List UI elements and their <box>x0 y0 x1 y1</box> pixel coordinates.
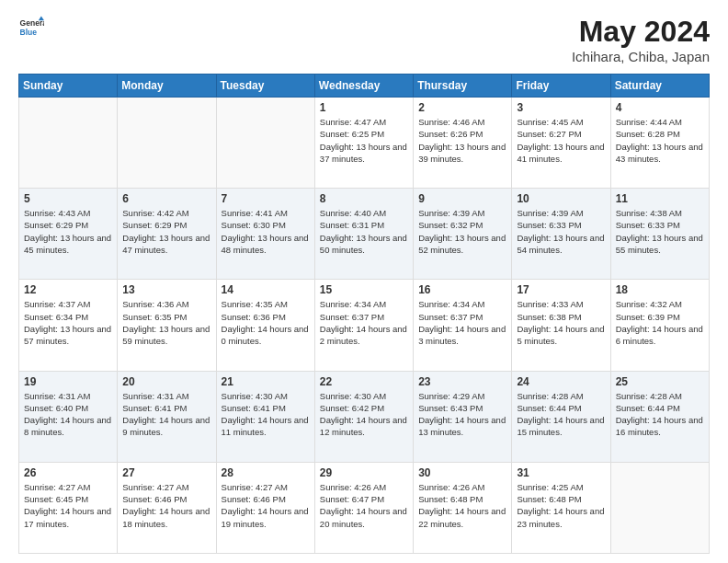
day-info: Sunrise: 4:38 AM Sunset: 6:33 PM Dayligh… <box>616 207 704 256</box>
day-number: 7 <box>222 192 310 205</box>
calendar-cell: 2Sunrise: 4:46 AM Sunset: 6:26 PM Daylig… <box>414 98 512 189</box>
calendar-cell: 15Sunrise: 4:34 AM Sunset: 6:37 PM Dayli… <box>314 280 413 371</box>
day-info: Sunrise: 4:26 AM Sunset: 6:47 PM Dayligh… <box>320 481 408 530</box>
day-info: Sunrise: 4:42 AM Sunset: 6:29 PM Dayligh… <box>122 207 210 256</box>
calendar-cell: 20Sunrise: 4:31 AM Sunset: 6:41 PM Dayli… <box>118 371 216 462</box>
calendar-cell: 10Sunrise: 4:39 AM Sunset: 6:33 PM Dayli… <box>512 189 610 280</box>
page: General Blue May 2024 Ichihara, Chiba, J… <box>0 0 728 563</box>
calendar-cell: 28Sunrise: 4:27 AM Sunset: 6:46 PM Dayli… <box>216 462 314 553</box>
header-saturday: Saturday <box>610 75 709 98</box>
calendar-cell: 17Sunrise: 4:33 AM Sunset: 6:38 PM Dayli… <box>512 280 610 371</box>
day-number: 6 <box>122 192 210 205</box>
day-info: Sunrise: 4:30 AM Sunset: 6:41 PM Dayligh… <box>222 390 310 439</box>
calendar-week-0: 1Sunrise: 4:47 AM Sunset: 6:25 PM Daylig… <box>19 98 710 189</box>
calendar-cell <box>118 98 216 189</box>
header-friday: Friday <box>512 75 610 98</box>
calendar-cell: 5Sunrise: 4:43 AM Sunset: 6:29 PM Daylig… <box>19 189 118 280</box>
day-info: Sunrise: 4:30 AM Sunset: 6:42 PM Dayligh… <box>320 390 408 439</box>
day-number: 22 <box>320 375 408 388</box>
logo-icon: General Blue <box>18 15 44 40</box>
calendar-cell: 30Sunrise: 4:26 AM Sunset: 6:48 PM Dayli… <box>414 462 512 553</box>
day-number: 31 <box>517 466 605 479</box>
day-info: Sunrise: 4:26 AM Sunset: 6:48 PM Dayligh… <box>418 481 506 530</box>
calendar-week-3: 19Sunrise: 4:31 AM Sunset: 6:40 PM Dayli… <box>19 371 710 462</box>
calendar-cell: 27Sunrise: 4:27 AM Sunset: 6:46 PM Dayli… <box>118 462 216 553</box>
calendar-cell: 9Sunrise: 4:39 AM Sunset: 6:32 PM Daylig… <box>414 189 512 280</box>
header-monday: Monday <box>118 75 216 98</box>
calendar-cell: 12Sunrise: 4:37 AM Sunset: 6:34 PM Dayli… <box>19 280 118 371</box>
calendar-cell: 18Sunrise: 4:32 AM Sunset: 6:39 PM Dayli… <box>610 280 709 371</box>
day-number: 15 <box>320 283 408 296</box>
day-number: 28 <box>222 466 310 479</box>
day-info: Sunrise: 4:34 AM Sunset: 6:37 PM Dayligh… <box>418 298 506 347</box>
day-info: Sunrise: 4:32 AM Sunset: 6:39 PM Dayligh… <box>616 298 704 347</box>
day-info: Sunrise: 4:39 AM Sunset: 6:32 PM Dayligh… <box>418 207 506 256</box>
day-number: 9 <box>418 192 506 205</box>
calendar-cell: 4Sunrise: 4:44 AM Sunset: 6:28 PM Daylig… <box>610 98 709 189</box>
calendar-cell <box>19 98 118 189</box>
title-block: May 2024 Ichihara, Chiba, Japan <box>572 15 710 64</box>
day-number: 27 <box>122 466 210 479</box>
day-info: Sunrise: 4:39 AM Sunset: 6:33 PM Dayligh… <box>517 207 605 256</box>
day-info: Sunrise: 4:28 AM Sunset: 6:44 PM Dayligh… <box>616 390 704 439</box>
header-wednesday: Wednesday <box>314 75 413 98</box>
day-info: Sunrise: 4:29 AM Sunset: 6:43 PM Dayligh… <box>418 390 506 439</box>
day-info: Sunrise: 4:40 AM Sunset: 6:31 PM Dayligh… <box>320 207 408 256</box>
calendar-week-2: 12Sunrise: 4:37 AM Sunset: 6:34 PM Dayli… <box>19 280 710 371</box>
day-info: Sunrise: 4:37 AM Sunset: 6:34 PM Dayligh… <box>24 298 112 347</box>
day-number: 8 <box>320 192 408 205</box>
calendar-cell: 1Sunrise: 4:47 AM Sunset: 6:25 PM Daylig… <box>314 98 413 189</box>
day-number: 2 <box>418 101 506 114</box>
calendar-cell: 26Sunrise: 4:27 AM Sunset: 6:45 PM Dayli… <box>19 462 118 553</box>
day-number: 20 <box>122 375 210 388</box>
day-number: 29 <box>320 466 408 479</box>
day-info: Sunrise: 4:27 AM Sunset: 6:46 PM Dayligh… <box>222 481 310 530</box>
calendar-cell: 11Sunrise: 4:38 AM Sunset: 6:33 PM Dayli… <box>610 189 709 280</box>
day-number: 21 <box>222 375 310 388</box>
day-info: Sunrise: 4:33 AM Sunset: 6:38 PM Dayligh… <box>517 298 605 347</box>
calendar-cell: 19Sunrise: 4:31 AM Sunset: 6:40 PM Dayli… <box>19 371 118 462</box>
logo: General Blue <box>18 15 48 40</box>
day-info: Sunrise: 4:28 AM Sunset: 6:44 PM Dayligh… <box>517 390 605 439</box>
calendar-cell: 24Sunrise: 4:28 AM Sunset: 6:44 PM Dayli… <box>512 371 610 462</box>
calendar-cell: 6Sunrise: 4:42 AM Sunset: 6:29 PM Daylig… <box>118 189 216 280</box>
day-number: 23 <box>418 375 506 388</box>
day-number: 12 <box>24 283 112 296</box>
calendar-cell: 13Sunrise: 4:36 AM Sunset: 6:35 PM Dayli… <box>118 280 216 371</box>
calendar-cell: 14Sunrise: 4:35 AM Sunset: 6:36 PM Dayli… <box>216 280 314 371</box>
day-info: Sunrise: 4:47 AM Sunset: 6:25 PM Dayligh… <box>320 116 408 165</box>
day-info: Sunrise: 4:44 AM Sunset: 6:28 PM Dayligh… <box>616 116 704 165</box>
day-number: 4 <box>616 101 704 114</box>
day-number: 30 <box>418 466 506 479</box>
day-info: Sunrise: 4:25 AM Sunset: 6:48 PM Dayligh… <box>517 481 605 530</box>
day-number: 16 <box>418 283 506 296</box>
calendar-cell: 21Sunrise: 4:30 AM Sunset: 6:41 PM Dayli… <box>216 371 314 462</box>
day-number: 3 <box>517 101 605 114</box>
calendar-cell: 8Sunrise: 4:40 AM Sunset: 6:31 PM Daylig… <box>314 189 413 280</box>
calendar-title: May 2024 <box>572 15 710 49</box>
day-number: 13 <box>122 283 210 296</box>
calendar-cell: 22Sunrise: 4:30 AM Sunset: 6:42 PM Dayli… <box>314 371 413 462</box>
calendar-cell: 31Sunrise: 4:25 AM Sunset: 6:48 PM Dayli… <box>512 462 610 553</box>
day-info: Sunrise: 4:45 AM Sunset: 6:27 PM Dayligh… <box>517 116 605 165</box>
day-number: 26 <box>24 466 112 479</box>
header-tuesday: Tuesday <box>216 75 314 98</box>
day-number: 25 <box>616 375 704 388</box>
calendar-cell: 25Sunrise: 4:28 AM Sunset: 6:44 PM Dayli… <box>610 371 709 462</box>
day-info: Sunrise: 4:36 AM Sunset: 6:35 PM Dayligh… <box>122 298 210 347</box>
day-info: Sunrise: 4:46 AM Sunset: 6:26 PM Dayligh… <box>418 116 506 165</box>
header-thursday: Thursday <box>414 75 512 98</box>
header-sunday: Sunday <box>19 75 118 98</box>
day-number: 14 <box>222 283 310 296</box>
calendar-table: Sunday Monday Tuesday Wednesday Thursday… <box>18 74 710 554</box>
day-number: 24 <box>517 375 605 388</box>
day-info: Sunrise: 4:31 AM Sunset: 6:40 PM Dayligh… <box>24 390 112 439</box>
day-number: 10 <box>517 192 605 205</box>
calendar-subtitle: Ichihara, Chiba, Japan <box>572 49 710 64</box>
calendar-cell <box>610 462 709 553</box>
calendar-cell: 29Sunrise: 4:26 AM Sunset: 6:47 PM Dayli… <box>314 462 413 553</box>
calendar-cell: 7Sunrise: 4:41 AM Sunset: 6:30 PM Daylig… <box>216 189 314 280</box>
day-info: Sunrise: 4:43 AM Sunset: 6:29 PM Dayligh… <box>24 207 112 256</box>
svg-text:Blue: Blue <box>20 28 38 37</box>
calendar-cell: 3Sunrise: 4:45 AM Sunset: 6:27 PM Daylig… <box>512 98 610 189</box>
